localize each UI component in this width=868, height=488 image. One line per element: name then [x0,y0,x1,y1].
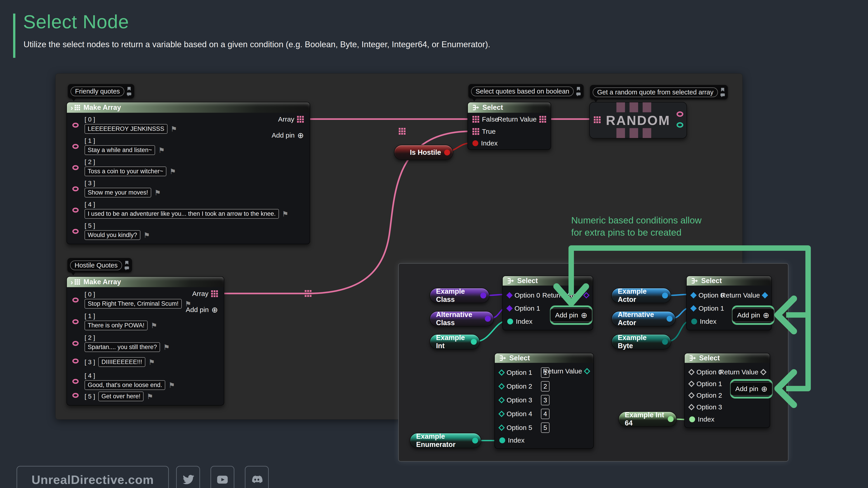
comment-hostile-quotes[interactable]: Hostile Quotes [67,258,132,272]
index-output-pin[interactable] [677,122,683,128]
make-array-node-hostile[interactable]: › Make Array Array Add pin ⊕ [ 0 ] Stop … [66,276,224,405]
string-input[interactable]: Get over here! [98,392,144,401]
int64-output-pin[interactable] [668,416,674,422]
bool-output-pin[interactable] [444,150,450,156]
element-pin[interactable] [72,359,79,363]
object-output-pin[interactable] [666,316,673,322]
string-input[interactable]: There is only POWA! [85,321,148,330]
comment-bubble-icon[interactable] [127,92,131,96]
string-input[interactable]: Would you kindly? [85,230,141,240]
string-input[interactable]: Toss a coin to your witcher~ [85,166,166,176]
pin-option-3[interactable]: Option 3 3 [499,395,550,405]
variable-example-int[interactable]: Example Int [430,334,480,350]
object-output-pin[interactable] [662,293,668,298]
add-pin-button[interactable]: Add pin ⊕ [730,382,772,396]
pin-option-2[interactable]: Option 2 [689,392,722,399]
class-output-pin[interactable] [480,293,486,298]
comment-random-quote[interactable]: Get a random quote from selected array [590,85,728,99]
pin-option-0[interactable]: Option 0 [689,368,722,376]
item-output-pin[interactable] [677,111,683,117]
variable-alternative-actor[interactable]: Alternative Actor [612,311,676,326]
enum-output-pin[interactable] [472,437,478,444]
discord-link[interactable] [245,466,269,488]
string-input[interactable]: LEEEEEEROY JENKINSSS [85,124,167,134]
pin-return-value[interactable]: Return Value [498,116,546,123]
pin-option-4[interactable]: Option 4 4 [499,409,550,419]
pin-return-value[interactable]: Return Value [721,291,767,299]
make-array-node-friendly[interactable]: › Make Array Array Add pin ⊕ [ 0 ] LEEEE… [66,102,310,244]
pin-false[interactable]: False [472,116,498,123]
pin-index[interactable]: Index [691,318,716,325]
pin-return-value[interactable]: Return Value [543,367,589,375]
variable-is-hostile[interactable]: Is Hostile [394,145,453,160]
pin-return-value[interactable]: Return Value [542,291,589,299]
variable-example-actor[interactable]: Example Actor [612,288,671,303]
option-value-input[interactable]: 4 [541,409,550,419]
string-input[interactable]: Good, that's one loose end. [85,380,165,390]
element-pin[interactable] [72,341,79,346]
element-pin[interactable] [72,297,79,302]
pin-index[interactable]: Index [499,436,524,444]
pin-icon[interactable] [576,86,581,91]
youtube-link[interactable] [211,466,235,488]
pin-option-1[interactable]: Option 1 [507,304,540,312]
pin-icon[interactable] [124,260,129,265]
element-pin[interactable] [72,165,79,170]
variable-example-int64[interactable]: Example Int 64 [618,412,677,427]
pin-icon[interactable] [720,87,725,92]
element-pin[interactable] [72,393,79,398]
pin-option-1[interactable]: Option 1 [691,304,724,312]
element-pin[interactable] [72,186,79,191]
comment-bubble-icon[interactable] [124,266,129,270]
string-input[interactable]: Spartan.... you still there? [85,342,160,352]
element-pin[interactable] [72,379,79,384]
twitter-link[interactable] [176,466,200,488]
string-input[interactable]: Stop Right There, Criminal Scum! [85,299,182,308]
comment-bubble-icon[interactable] [576,92,581,96]
pin-option-1[interactable]: Option 1 1 [499,367,550,378]
pin-true[interactable]: True [472,128,496,135]
option-value-input[interactable]: 5 [541,422,550,433]
random-array-item-node[interactable]: RANDOM [589,102,687,138]
pin-index[interactable]: Index [689,416,714,423]
string-input[interactable]: DIIIIEEEEEE!!! [98,357,145,367]
add-pin-button[interactable]: Add pin ⊕ [550,308,592,322]
pin-option-0[interactable]: Option 0 [691,291,724,299]
element-pin[interactable] [72,144,79,149]
array-input-pin[interactable] [594,116,600,123]
string-input[interactable]: Stay a while and listen~ [85,145,155,155]
pin-icon[interactable] [127,86,131,91]
class-output-pin[interactable] [485,316,491,322]
variable-example-byte[interactable]: Example Byte [612,334,671,350]
pin-option-0[interactable]: Option 0 [507,291,540,299]
option-value-input[interactable]: 2 [541,381,550,392]
element-pin[interactable] [72,207,79,213]
pin-index[interactable]: Index [507,318,532,325]
select-node-enumerator[interactable]: Select Option 1 1 Option 2 2 Option 3 3 … [494,353,594,449]
site-link[interactable]: UnrealDirective.com [17,466,169,488]
add-pin-button[interactable]: Add pin ⊕ [732,308,774,322]
string-input[interactable]: Show me your moves! [85,188,151,197]
variable-example-enumerator[interactable]: Example Enumerator [410,433,481,448]
pin-option-3[interactable]: Option 3 [689,403,722,411]
element-pin[interactable] [72,123,79,128]
variable-alternative-class[interactable]: Alternative Class [430,311,494,326]
option-value-input[interactable]: 3 [541,395,550,405]
pin-index[interactable]: Index [472,139,498,147]
element-pin[interactable] [72,319,79,324]
pin-return-value[interactable]: Return Value [719,368,766,376]
string-input[interactable]: I used to be an adventurer like you... t… [85,209,279,219]
comment-friendly-quotes[interactable]: Friendly quotes [68,84,134,98]
pin-option-2[interactable]: Option 2 2 [499,381,550,392]
comment-select-quotes[interactable]: Select quotes based on boolean [468,84,584,98]
element-pin[interactable] [72,229,79,234]
reroute-node-icon[interactable] [399,128,405,135]
reroute-node-icon[interactable] [305,290,311,297]
comment-bubble-icon[interactable] [720,93,725,97]
variable-example-class[interactable]: Example Class [430,288,489,303]
byte-output-pin[interactable] [662,339,668,345]
int-output-pin[interactable] [471,339,477,345]
pin-option-5[interactable]: Option 5 5 [499,422,550,433]
select-node-boolean[interactable]: Select False True Index Return Value [467,102,551,150]
pin-option-1[interactable]: Option 1 [689,380,722,388]
